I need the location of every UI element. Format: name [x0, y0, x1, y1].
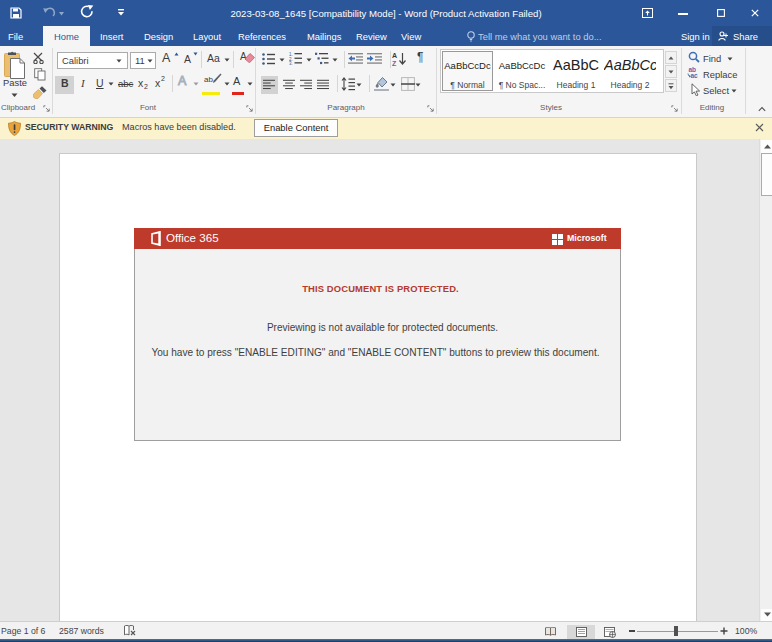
- svg-text:ac: ac: [691, 72, 699, 79]
- svg-text:A: A: [392, 52, 397, 59]
- svg-text:3.: 3.: [289, 61, 293, 65]
- svg-text:Z: Z: [392, 60, 397, 67]
